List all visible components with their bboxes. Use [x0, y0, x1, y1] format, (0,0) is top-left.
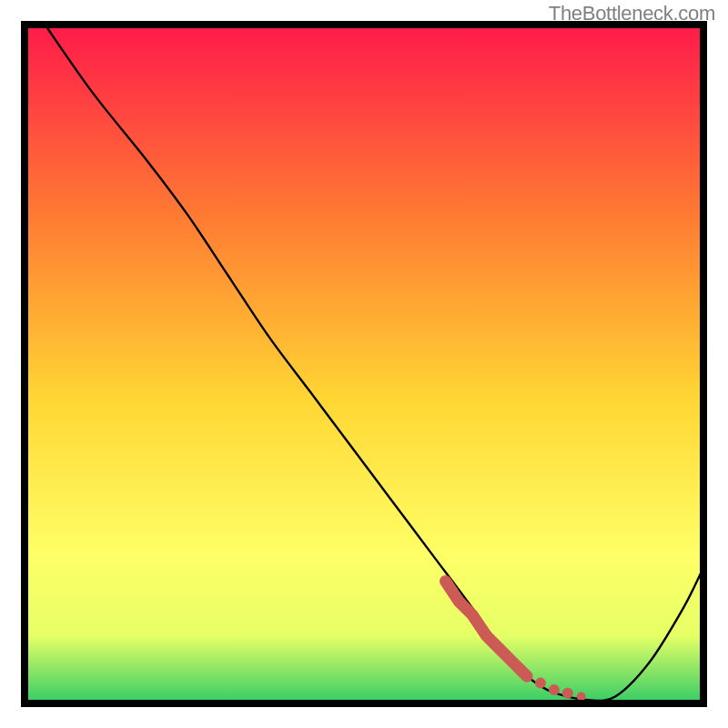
bottleneck-chart	[0, 0, 728, 728]
highlight-dot	[549, 684, 560, 695]
highlight-dot	[562, 688, 573, 699]
plot-background	[25, 25, 703, 703]
chart-container: TheBottleneck.com	[0, 0, 728, 728]
highlight-dot	[535, 678, 546, 689]
